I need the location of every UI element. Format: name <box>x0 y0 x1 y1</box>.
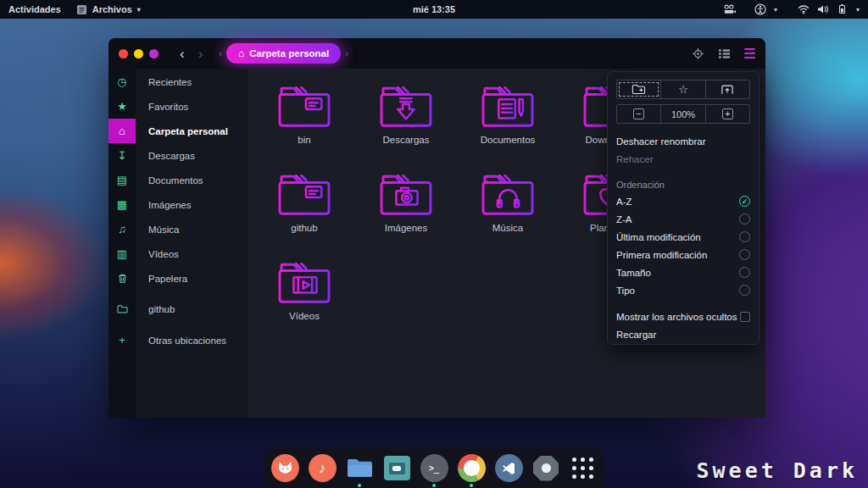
files-app-icon <box>76 4 87 15</box>
dock-screenshot-tool[interactable] <box>383 454 411 482</box>
folder-label: Descargas <box>383 135 430 145</box>
document-icon: ▤ <box>108 168 136 192</box>
folder-descargas[interactable]: Descargas <box>355 80 457 169</box>
terminal-icon: >_ <box>420 454 448 482</box>
folder-documentos[interactable]: Documentos <box>457 80 559 169</box>
app-menu-label: Archivos <box>92 4 132 14</box>
zoom-in-button[interactable]: + <box>705 105 749 123</box>
menu-item-reload[interactable]: Recargar <box>616 325 750 343</box>
zoom-level: 100% <box>660 105 704 123</box>
sort-option-za[interactable]: Z-A <box>616 210 750 228</box>
menu-section-sort: Ordenación <box>616 177 750 192</box>
bookmark-button[interactable]: ☆ <box>660 80 704 98</box>
image-icon: ▦ <box>108 192 136 217</box>
accessibility-icon[interactable] <box>754 3 766 15</box>
sidebar-item-recientes[interactable]: ◷Recientes <box>108 69 248 94</box>
menu-button[interactable] <box>744 48 755 59</box>
sort-option-first-modified[interactable]: Primera modificación <box>616 246 750 263</box>
folder-label: Vídeos <box>289 311 320 321</box>
titlebar[interactable]: ‹ › ‹ ⌂ Carpeta personal › <box>108 38 765 69</box>
folder-imagenes[interactable]: Imágenes <box>355 169 457 257</box>
sidebar-item-otras-ubicaciones[interactable]: +Otras ubicaciones <box>108 328 248 352</box>
folder-document-icon <box>476 82 539 131</box>
music-note-icon: ♪ <box>309 454 337 482</box>
dock-app-grid[interactable] <box>570 454 598 482</box>
sort-option-last-modified[interactable]: Última modificación <box>616 228 750 246</box>
sidebar-item-label: Imágenes <box>136 200 248 210</box>
app-menu[interactable]: Archivos ▾ <box>76 4 141 15</box>
sidebar-item-github[interactable]: github <box>108 297 248 321</box>
dock-terminal[interactable]: >_ <box>420 454 448 482</box>
dock-files[interactable] <box>346 454 374 482</box>
maximize-button[interactable] <box>149 49 159 58</box>
search-icon[interactable] <box>692 47 704 60</box>
sort-option-type[interactable]: Tipo <box>616 281 750 299</box>
star-outline-icon: ☆ <box>678 83 688 96</box>
music-icon: ♫ <box>108 217 136 241</box>
sort-option-az[interactable]: A-Z ✓ <box>616 192 750 210</box>
sidebar-item-papelera[interactable]: Papelera <box>108 266 248 291</box>
activities-button[interactable]: Actividades <box>8 4 61 14</box>
list-view-icon[interactable] <box>718 48 731 59</box>
sidebar-item-label: Favoritos <box>136 102 248 112</box>
check-icon: ✓ <box>742 197 748 206</box>
volume-icon[interactable] <box>817 4 829 14</box>
new-folder-button[interactable] <box>617 80 660 98</box>
sidebar-item-musica[interactable]: ♫Música <box>108 217 248 241</box>
home-icon: ⌂ <box>108 119 136 143</box>
back-button[interactable]: ‹ <box>173 47 192 61</box>
sidebar-item-descargas[interactable]: ↧Descargas <box>108 143 248 168</box>
status-caret-icon[interactable]: ▾ <box>774 6 777 14</box>
dock-code-editor[interactable] <box>495 454 523 482</box>
folder-icon <box>117 304 128 313</box>
menu-item-show-hidden[interactable]: Mostrar los archivos ocultos <box>616 308 750 325</box>
browser-icon <box>458 454 486 482</box>
folder-musica[interactable]: Música <box>457 169 559 257</box>
theme-watermark: Sweet Dark <box>696 458 858 483</box>
sidebar-item-documentos[interactable]: ▤Documentos <box>108 168 248 192</box>
sidebar-item-label: Vídeos <box>136 249 248 259</box>
new-folder-icon <box>632 83 646 96</box>
folder-videos[interactable]: Vídeos <box>253 257 355 345</box>
files-window: ‹ › ‹ ⌂ Carpeta personal › ◷Recientes ★F… <box>108 38 765 418</box>
radio-icon <box>739 214 750 225</box>
sidebar-item-favoritos[interactable]: ★Favoritos <box>108 94 248 119</box>
breadcrumb-left-icon: ‹ <box>214 48 226 58</box>
menu-zoom-row: − 100% + <box>616 104 750 124</box>
wifi-icon[interactable] <box>798 4 810 14</box>
home-icon: ⌂ <box>238 47 244 59</box>
sort-option-size[interactable]: Tamaño <box>616 263 750 281</box>
breadcrumb-label: Carpeta personal <box>249 48 329 58</box>
folder-github[interactable]: github <box>253 169 355 257</box>
battery-icon[interactable] <box>837 4 849 14</box>
breadcrumb-right-icon: › <box>341 48 353 58</box>
firefox-icon <box>271 454 299 482</box>
zoom-out-button[interactable]: − <box>617 105 660 123</box>
screencast-icon[interactable] <box>723 4 736 14</box>
screenshot-tool-icon <box>384 456 410 480</box>
folder-card-icon <box>273 82 336 131</box>
checkbox-icon <box>740 312 750 322</box>
sidebar-item-imagenes[interactable]: ▦Imágenes <box>108 192 248 217</box>
plus-icon: + <box>108 328 136 352</box>
sidebar-item-carpeta-personal[interactable]: ⌂Carpeta personal <box>108 119 248 143</box>
system-caret-icon[interactable]: ▾ <box>856 6 860 14</box>
dock-web-browser[interactable] <box>458 454 486 482</box>
clock-icon: ◷ <box>108 69 136 94</box>
plus-icon: + <box>722 108 733 119</box>
running-indicator <box>432 484 436 487</box>
menu-item-undo[interactable]: Deshacer renombrar <box>616 132 750 150</box>
close-button[interactable] <box>119 49 128 58</box>
sidebar-item-label: Recientes <box>136 77 248 87</box>
caret-down-icon: ▾ <box>137 6 141 14</box>
new-tab-button[interactable] <box>705 80 749 98</box>
sidebar-item-videos[interactable]: ▥Vídeos <box>108 241 248 266</box>
dock-music-player[interactable]: ♪ <box>309 454 337 482</box>
dock: ♪ >_ <box>264 448 604 488</box>
minimize-button[interactable] <box>134 49 143 58</box>
folder-bin[interactable]: bin <box>253 80 355 169</box>
breadcrumb[interactable]: ⌂ Carpeta personal <box>226 43 341 64</box>
dock-firefox[interactable] <box>271 454 299 482</box>
forward-button[interactable]: › <box>192 47 210 61</box>
dock-settings[interactable] <box>532 454 560 482</box>
